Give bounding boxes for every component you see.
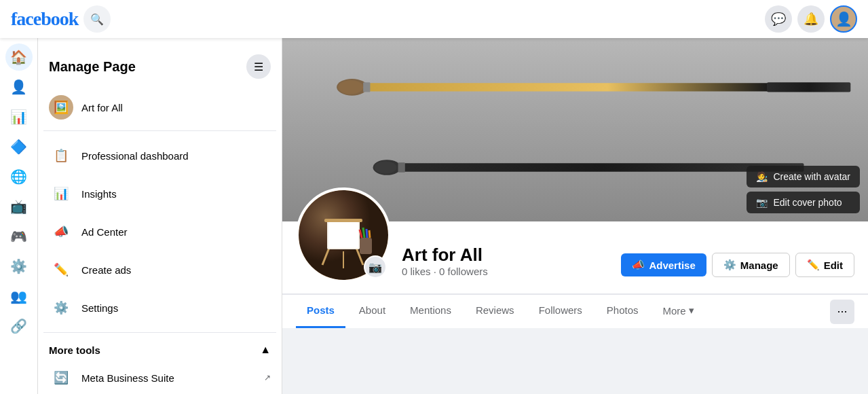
svg-rect-9	[398, 162, 405, 172]
tab-about[interactable]: About	[348, 295, 396, 328]
profile-row: 📷 Art for All 0 likes · 0 followers 📣 Ad…	[296, 221, 854, 283]
svg-rect-8	[400, 163, 804, 171]
menu-label-ad-center: Ad Center	[81, 226, 128, 238]
menu-label-settings: Settings	[81, 302, 118, 314]
svg-rect-15	[328, 222, 358, 248]
sidebar-icon-profile[interactable]: 👤	[5, 73, 33, 101]
edit-label: Edit	[824, 259, 843, 271]
tabs-more-options-button[interactable]: ···	[830, 300, 854, 324]
sidebar-icon-home[interactable]: 🏠	[5, 43, 33, 71]
user-avatar-icon: 👤	[835, 11, 852, 27]
profile-section: 📷 Art for All 0 likes · 0 followers 📣 Ad…	[282, 221, 868, 294]
top-navigation: facebook 🔍 💬 🔔 👤	[0, 0, 868, 38]
svg-line-21	[369, 230, 370, 238]
search-button[interactable]: 🔍	[83, 5, 111, 33]
advertise-button[interactable]: 📣 Advertise	[621, 253, 706, 276]
page-item-art-for-all[interactable]: 🖼️ Art for All	[43, 90, 276, 125]
change-profile-pic-button[interactable]: 📷	[364, 255, 387, 279]
more-tools-label: More tools	[49, 344, 100, 356]
tab-posts[interactable]: Posts	[296, 295, 345, 328]
tabs-row: Posts About Mentions Reviews Followers P…	[282, 294, 868, 328]
page-meta: 0 likes · 0 followers	[402, 266, 610, 277]
main-layout: 🏠 👤 📊 🔷 🌐 📺 🎮 ⚙️ 👥 🔗 Manage Page ☰ 🖼️ Ar…	[0, 38, 868, 394]
meta-business-suite-icon: 🔄	[49, 365, 73, 390]
create-with-avatar-label: Create with avatar	[773, 171, 850, 182]
create-avatar-icon: 🧑‍🎨	[756, 171, 768, 182]
sidebar-icon-gaming[interactable]: 🎮	[5, 223, 33, 250]
tab-reviews[interactable]: Reviews	[465, 295, 525, 328]
manage-label: Manage	[740, 259, 778, 271]
edit-button[interactable]: ✏️ Edit	[795, 253, 854, 277]
edit-cover-photo-button[interactable]: 📷 Edit cover photo	[747, 192, 860, 213]
svg-rect-3	[364, 83, 769, 91]
left-panel: Manage Page ☰ 🖼️ Art for All 📋 Professio…	[38, 38, 282, 394]
menu-item-create-ads[interactable]: ✏️ Create ads	[43, 251, 276, 289]
icon-sidebar: 🏠 👤 📊 🔷 🌐 📺 🎮 ⚙️ 👥 🔗	[0, 38, 38, 394]
tab-photos[interactable]: Photos	[596, 295, 649, 328]
main-content: 🧑‍🎨 Create with avatar 📷 Edit cover phot…	[282, 38, 868, 394]
facebook-logo: facebook	[11, 8, 78, 30]
profile-picture-wrapper: 📷	[296, 187, 391, 283]
menu-label-meta-business-suite: Meta Business Suite	[81, 372, 174, 384]
menu-item-insights[interactable]: 📊 Insights	[43, 175, 276, 213]
cover-actions: 🧑‍🎨 Create with avatar 📷 Edit cover phot…	[747, 166, 860, 213]
user-avatar-button[interactable]: 👤	[830, 5, 857, 33]
professional-dashboard-icon: 📋	[49, 143, 73, 168]
sidebar-icon-feed[interactable]: 🌐	[5, 163, 33, 190]
svg-rect-17	[360, 238, 372, 254]
svg-line-19	[363, 228, 364, 238]
insights-icon: 📊	[49, 181, 73, 206]
manage-icon: ⚙️	[723, 259, 736, 271]
menu-label-insights: Insights	[81, 188, 117, 200]
page-item-name: Art for All	[81, 102, 123, 113]
divider-2	[43, 332, 276, 333]
page-name: Art for All	[402, 245, 610, 266]
tab-followers[interactable]: Followers	[528, 295, 593, 328]
search-icon: 🔍	[90, 13, 104, 26]
messenger-button[interactable]: 💬	[765, 5, 792, 33]
sidebar-icon-watch[interactable]: 📺	[5, 193, 33, 220]
sidebar-icon-analytics[interactable]: 📊	[5, 103, 33, 130]
ad-center-icon: 📣	[49, 219, 73, 244]
camera-small-icon: 📷	[369, 261, 382, 274]
manage-button[interactable]: ⚙️ Manage	[712, 253, 790, 277]
tab-mentions[interactable]: Mentions	[399, 295, 462, 328]
svg-point-7	[375, 161, 397, 173]
manage-page-menu-button[interactable]: ☰	[246, 54, 271, 79]
sidebar-icon-shortcuts[interactable]: 🔷	[5, 133, 33, 160]
menu-item-professional-dashboard[interactable]: 📋 Professional dashboard	[43, 137, 276, 175]
external-link-icon: ↗	[264, 373, 271, 382]
page-avatar-icon: 🖼️	[54, 100, 69, 115]
page-avatar: 🖼️	[49, 95, 73, 120]
settings-icon: ⚙️	[49, 296, 73, 320]
chevron-up-icon: ▲	[260, 344, 271, 356]
tabs-left: Posts About Mentions Reviews Followers P…	[296, 295, 705, 328]
ellipsis-icon: ···	[837, 304, 847, 319]
notifications-button[interactable]: 🔔	[797, 5, 825, 33]
divider-1	[43, 130, 276, 131]
edit-icon: ✏️	[807, 259, 820, 271]
menu-item-settings[interactable]: ⚙️ Settings	[43, 289, 276, 327]
sidebar-icon-settings[interactable]: ⚙️	[5, 253, 33, 280]
tab-more[interactable]: More ▾	[652, 295, 705, 328]
menu-item-ad-center[interactable]: 📣 Ad Center	[43, 213, 276, 251]
menu-label-professional-dashboard: Professional dashboard	[81, 150, 189, 162]
svg-line-20	[366, 229, 367, 238]
menu-item-meta-business-suite[interactable]: 🔄 Meta Business Suite ↗	[43, 359, 276, 394]
svg-rect-4	[767, 82, 850, 92]
create-ads-icon: ✏️	[49, 257, 73, 282]
create-with-avatar-button[interactable]: 🧑‍🎨 Create with avatar	[747, 166, 860, 187]
menu-icon: ☰	[254, 60, 263, 73]
topnav-right: 💬 🔔 👤	[765, 5, 857, 33]
more-tools-header[interactable]: More tools ▲	[43, 338, 276, 359]
topnav-left: facebook 🔍	[11, 5, 111, 33]
svg-rect-5	[363, 82, 370, 92]
sidebar-icon-groups[interactable]: 👥	[5, 283, 33, 310]
chevron-down-icon: ▾	[689, 304, 694, 317]
menu-label-create-ads: Create ads	[81, 264, 131, 276]
camera-icon: 📷	[756, 197, 768, 208]
svg-rect-16	[324, 219, 362, 222]
advertise-label: Advertise	[649, 259, 695, 271]
edit-cover-photo-label: Edit cover photo	[773, 197, 842, 208]
sidebar-icon-links[interactable]: 🔗	[5, 312, 33, 340]
